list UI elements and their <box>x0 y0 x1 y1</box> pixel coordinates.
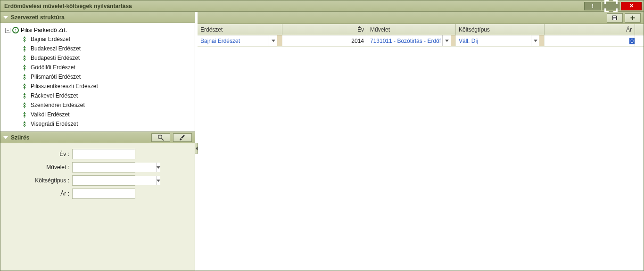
tree-item[interactable]: Pilisszentkereszti Erdészet <box>21 82 193 91</box>
chevron-down-icon <box>157 180 160 182</box>
filter-row-ar: Ár : <box>5 189 190 199</box>
filter-label-muvelet: Művelet : <box>5 164 72 171</box>
col-header-ev[interactable]: Év <box>282 24 367 35</box>
divider <box>539 35 544 46</box>
tree-leaf-icon <box>21 45 28 52</box>
maximize-button[interactable] <box>603 2 619 10</box>
main-body: Szervezeti struktúra − ↑ Pilisi Parkerdő… <box>0 12 644 271</box>
tree-item-label: Ráckevei Erdészet <box>31 92 78 99</box>
splitter <box>195 12 198 271</box>
dropdown-arrow[interactable] <box>156 176 160 185</box>
filter-row-muvelet: Művelet : <box>5 162 190 172</box>
tree-leaf-icon <box>21 83 28 90</box>
koltsegtipus-combo[interactable]: Váll. Díj <box>456 35 544 46</box>
erdeszet-combo[interactable]: Bajnai Erdészet <box>198 35 282 46</box>
tree-item[interactable]: Ráckevei Erdészet <box>21 91 193 100</box>
tree-item-label: Visegrádi Erdészet <box>31 121 78 127</box>
plus-icon: + <box>630 14 636 22</box>
structure-header[interactable]: Szervezeti struktúra <box>0 12 195 23</box>
close-button[interactable]: ✕ <box>621 2 642 10</box>
cell-end <box>635 35 644 46</box>
tree-collapse-icon[interactable]: − <box>5 28 10 33</box>
filter-input-muvelet[interactable] <box>73 163 156 172</box>
tree-item-label: Budakeszi Erdészet <box>31 45 81 52</box>
divider <box>451 35 455 46</box>
tree-item[interactable]: Bajnai Erdészet <box>21 34 193 44</box>
erdeszet-value: Bajnai Erdészet <box>198 35 269 46</box>
tree-item[interactable]: Szentendrei Erdészet <box>21 100 193 110</box>
titlebar: Erdőművelési művelet-költségek nyilvánta… <box>0 0 644 12</box>
tree-leaf-icon <box>21 111 28 118</box>
save-button[interactable] <box>607 13 623 23</box>
col-header-erdeszet[interactable]: Erdészet <box>198 24 282 35</box>
filter-input-koltsegtipus[interactable] <box>73 176 156 185</box>
cell-erdeszet[interactable]: Bajnai Erdészet <box>198 35 282 46</box>
tree-item[interactable]: Pilismaróti Erdészet <box>21 72 193 82</box>
broom-icon <box>179 134 186 141</box>
tree-item[interactable]: Budapesti Erdészet <box>21 53 193 63</box>
divider <box>277 35 282 46</box>
tree-leaf-icon <box>21 121 28 127</box>
grid-toolbar: + <box>198 12 644 24</box>
filter-combo-muvelet[interactable] <box>72 162 135 172</box>
dropdown-arrow[interactable] <box>442 35 451 46</box>
structure-title: Szervezeti struktúra <box>11 14 65 21</box>
tree-item[interactable]: Budakeszi Erdészet <box>21 44 193 53</box>
tree-root[interactable]: − ↑ Pilisi Parkerdő Zrt. <box>5 26 193 34</box>
col-header-ar[interactable]: Ár <box>545 24 635 35</box>
tree-item-label: Szentendrei Erdészet <box>31 102 85 108</box>
tree-item[interactable]: Visegrádi Erdészet <box>21 119 193 129</box>
muvelet-combo[interactable]: 7131011 - Bozótirtás - Erdőf <box>367 35 455 46</box>
window-title: Erdőművelési művelet-költségek nyilvánta… <box>4 3 584 9</box>
tree-item-label: Valkói Erdészet <box>31 111 69 118</box>
grid-row[interactable]: Bajnai Erdészet 2014 7131011 - Bozótirtá… <box>198 35 644 47</box>
dropdown-arrow[interactable] <box>531 35 539 46</box>
cell-koltsegtipus[interactable]: Váll. Díj <box>456 35 545 46</box>
tree-item[interactable]: Gödöllői Erdészet <box>21 63 193 72</box>
dropdown-arrow[interactable] <box>269 35 277 46</box>
add-button[interactable]: + <box>625 13 641 23</box>
grid-body[interactable]: Bajnai Erdészet 2014 7131011 - Bozótirtá… <box>198 35 644 271</box>
tree-leaf-icon <box>21 92 28 99</box>
close-icon: ✕ <box>629 3 634 9</box>
tree-item-label: Gödöllői Erdészet <box>31 64 75 71</box>
svg-rect-1 <box>613 16 616 17</box>
exclaim-icon: ! <box>592 3 594 9</box>
splitter-handle[interactable] <box>195 143 198 154</box>
filter-label-ar: Ár : <box>5 190 72 197</box>
tree-leaf-icon <box>21 64 28 71</box>
cell-ar[interactable]: 0 <box>545 35 635 46</box>
tree-root-label: Pilisi Parkerdő Zrt. <box>21 27 67 33</box>
muvelet-value: 7131011 - Bozótirtás - Erdőf <box>367 35 442 46</box>
tree-leaf-icon <box>21 74 28 80</box>
col-header-muvelet[interactable]: Művelet <box>367 24 456 35</box>
filter-input-ev[interactable] <box>72 149 135 159</box>
chevron-left-icon <box>196 147 198 150</box>
filter-header[interactable]: Szűrés <box>0 132 195 143</box>
filter-combo-koltsegtipus[interactable] <box>72 175 135 186</box>
col-header-end <box>635 24 644 35</box>
tree-item-label: Pilismaróti Erdészet <box>31 74 81 80</box>
filter-form: Év : Művelet : Költségtípus : <box>0 143 195 271</box>
svg-rect-2 <box>613 18 616 20</box>
tree-children: Bajnai Erdészet Budakeszi Erdészet Budap… <box>5 34 193 129</box>
clear-button[interactable] <box>173 133 192 142</box>
col-header-koltsegtipus[interactable]: Költségtípus <box>456 24 545 35</box>
chevron-down-icon <box>534 40 537 42</box>
info-button[interactable]: ! <box>584 2 601 10</box>
chevron-down-icon <box>3 136 8 139</box>
cell-ev[interactable]: 2014 <box>282 35 367 46</box>
filter-input-ar[interactable] <box>72 189 135 199</box>
dropdown-arrow[interactable] <box>156 163 160 172</box>
filter-label-koltsegtipus: Költségtípus : <box>5 177 72 184</box>
tree-leaf-icon <box>21 36 28 42</box>
ar-value[interactable]: 0 <box>629 38 635 44</box>
search-button[interactable] <box>151 133 170 142</box>
ev-value: 2014 <box>351 38 364 44</box>
chevron-down-icon <box>272 40 275 42</box>
tree-item[interactable]: Valkói Erdészet <box>21 110 193 119</box>
tree-leaf-icon <box>21 55 28 61</box>
save-icon <box>611 15 618 21</box>
cell-muvelet[interactable]: 7131011 - Bozótirtás - Erdőf <box>367 35 456 46</box>
filter-title: Szűrés <box>11 134 29 141</box>
